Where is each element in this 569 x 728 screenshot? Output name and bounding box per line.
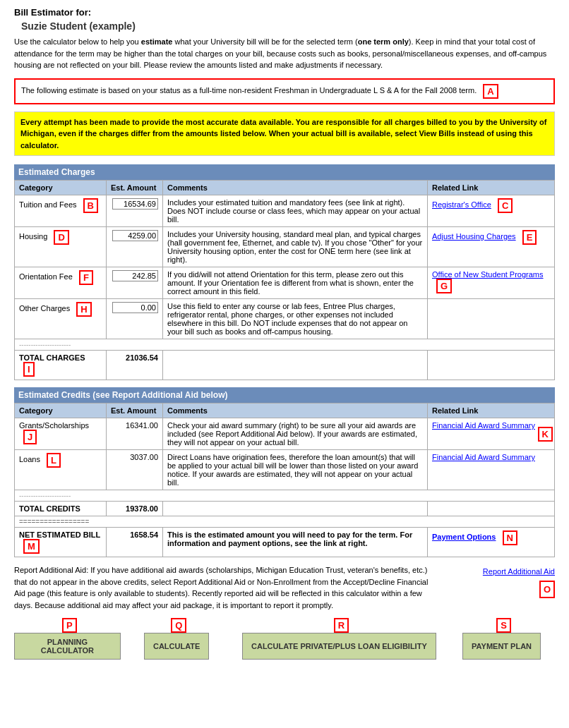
report-text: Report Additional Aid: If you have addit… [14, 564, 435, 611]
label-i-badge: I [23, 362, 35, 377]
total-credits-related [428, 502, 555, 516]
grants-category: Grants/Scholarships J [15, 418, 107, 450]
col-header-category: Category [15, 181, 107, 195]
housing-comments: Includes your University housing, standa… [163, 227, 428, 267]
tuition-related[interactable]: Registrar's Office C [428, 195, 555, 227]
label-b-badge: B [83, 198, 98, 213]
report-additional-aid-link[interactable]: Report Additional Aid [483, 564, 555, 578]
net-bill-label: NET ESTIMATED BILL M [15, 528, 107, 557]
label-h-badge: H [76, 302, 91, 317]
total-credits-comments [163, 502, 428, 516]
other-related [428, 299, 555, 339]
table-row: Grants/Scholarships J 16341.00 Check you… [15, 418, 555, 450]
other-comments: Use this field to enter any course or la… [163, 299, 428, 339]
housing-related[interactable]: Adjust Housing Charges E [428, 227, 555, 267]
col-header-amount: Est. Amount [107, 181, 163, 195]
credits-col-category: Category [15, 404, 107, 418]
label-a-badge: A [483, 84, 498, 99]
loans-comments: Direct Loans have origination fees, ther… [163, 450, 428, 490]
tuition-comments: Includes your estimated tuition and mand… [163, 195, 428, 227]
col-header-related: Related Link [428, 181, 555, 195]
loans-aid-link[interactable]: Financial Aid Award Summary [432, 453, 535, 461]
label-s-badge: S [496, 618, 511, 633]
total-charges-comments [163, 351, 428, 380]
label-r-badge: R [334, 618, 349, 633]
orientation-related[interactable]: Office of New Student Programs G [428, 267, 555, 299]
orientation-input[interactable] [112, 270, 158, 281]
estimated-credits-table: Category Est. Amount Comments Related Li… [14, 403, 555, 557]
buttons-row: P PLANNING CALCULATOR Q CALCULATE R CALC… [14, 618, 555, 660]
loans-related[interactable]: Financial Aid Award Summary [428, 450, 555, 490]
estimated-credits-header: Estimated Credits (see Report Additional… [14, 387, 555, 403]
orientation-amount[interactable] [107, 267, 163, 299]
col-header-comments: Comments [163, 181, 428, 195]
net-bill-related[interactable]: Payment Options N [428, 528, 555, 557]
credits-dashed-separator: ---------------------- [15, 490, 555, 502]
estimate-box: The following estimate is based on your … [14, 78, 555, 104]
net-estimated-bill-row: NET ESTIMATED BILL M 1658.54 This is the… [15, 528, 555, 557]
calculate-private-button[interactable]: CALCULATE PRIVATE/PLUS LOAN ELIGIBILITY [242, 633, 436, 660]
label-f-badge: F [79, 270, 93, 285]
payment-options-link[interactable]: Payment Options [432, 533, 496, 541]
loans-category: Loans L [15, 450, 107, 490]
warning-box: Every attempt has been made to provide t… [14, 111, 555, 157]
tuition-input[interactable] [112, 198, 158, 210]
report-section: Report Additional Aid: If you have addit… [14, 564, 555, 611]
estimated-charges-header: Estimated Charges [14, 164, 555, 180]
housing-link[interactable]: Adjust Housing Charges [432, 232, 516, 241]
net-bill-amount: 1658.54 [107, 528, 163, 557]
label-n-badge: N [503, 530, 517, 545]
total-charges-label: TOTAL CHARGES I [15, 351, 107, 380]
payment-plan-button[interactable]: PAYMENT PLAN [462, 633, 541, 660]
registrar-link[interactable]: Registrar's Office [432, 200, 491, 209]
table-row: Loans L 3037.00 Direct Loans have origin… [15, 450, 555, 490]
total-charges-row: TOTAL CHARGES I 21036.54 [15, 351, 555, 380]
total-charges-amount: 21036.54 [107, 351, 163, 380]
label-q-badge: Q [171, 618, 186, 633]
label-j-badge: J [23, 430, 37, 444]
other-category: Other Charges H [15, 299, 107, 339]
student-name: Suzie Student (example) [21, 20, 555, 32]
housing-input[interactable] [112, 230, 158, 241]
estimate-text: The following estimate is based on your … [21, 86, 477, 95]
credits-col-related: Related Link [428, 404, 555, 418]
label-o-badge: O [539, 581, 555, 599]
net-bill-comments: This is the estimated amount you will ne… [163, 528, 428, 557]
orientation-link[interactable]: Office of New Student Programs [432, 270, 544, 279]
label-l-badge: L [47, 453, 61, 468]
orientation-comments: If you did/will not attend Orientation f… [163, 267, 428, 299]
label-k-badge: K [538, 427, 553, 442]
double-separator: ================= [15, 516, 555, 528]
grants-comments: Check your aid award summary (right) to … [163, 418, 428, 450]
other-input[interactable] [112, 302, 158, 313]
housing-amount[interactable] [107, 227, 163, 267]
tuition-category: Tuition and Fees B [15, 195, 107, 227]
loans-amount: 3037.00 [107, 450, 163, 490]
label-e-badge: E [522, 230, 537, 245]
planning-calculator-button[interactable]: PLANNING CALCULATOR [14, 633, 121, 660]
tuition-amount[interactable] [107, 195, 163, 227]
page-title: Bill Estimator for: [14, 7, 555, 18]
label-p-badge: P [62, 618, 77, 633]
calculate-button[interactable]: CALCULATE [144, 633, 209, 660]
total-charges-related [428, 351, 555, 380]
table-row: Other Charges H Use this field to enter … [15, 299, 555, 339]
label-m-badge: M [23, 539, 40, 554]
total-credits-amount: 19378.00 [107, 502, 163, 516]
total-credits-label: TOTAL CREDITS [15, 502, 107, 516]
description: Use the calculator below to help you est… [14, 36, 555, 71]
grants-related[interactable]: Financial Aid Award Summary K [428, 418, 555, 450]
other-amount[interactable] [107, 299, 163, 339]
grants-amount: 16341.00 [107, 418, 163, 450]
table-row: Orientation Fee F If you did/will not at… [15, 267, 555, 299]
grants-aid-link[interactable]: Financial Aid Award Summary [432, 421, 535, 430]
total-credits-row: TOTAL CREDITS 19378.00 [15, 502, 555, 516]
table-row: Tuition and Fees B Includes your estimat… [15, 195, 555, 227]
estimated-charges-table: Category Est. Amount Comments Related Li… [14, 180, 555, 380]
label-d-badge: D [54, 230, 68, 245]
credits-col-comments: Comments [163, 404, 428, 418]
credits-col-amount: Est. Amount [107, 404, 163, 418]
housing-category: Housing D [15, 227, 107, 267]
orientation-category: Orientation Fee F [15, 267, 107, 299]
label-c-badge: C [498, 198, 513, 213]
